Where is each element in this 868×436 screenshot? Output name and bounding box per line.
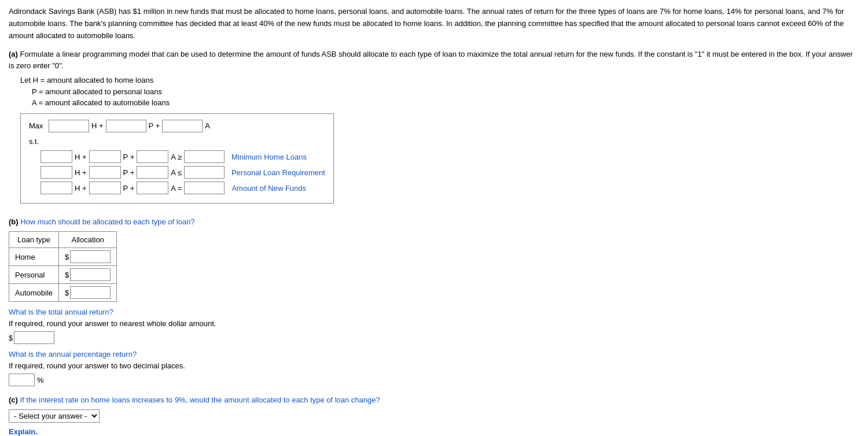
pct-return-question: What is the annual percentage return?	[9, 349, 859, 360]
c3-rhs-input[interactable]	[184, 182, 225, 194]
c1-label: Minimum Home Loans	[231, 152, 307, 163]
c3-a-coeff-input[interactable]	[137, 182, 168, 194]
personal-allocation-input[interactable]	[70, 268, 111, 281]
c1-rhs-input[interactable]	[184, 150, 225, 163]
allocation-table: Loan type Allocation Home $ Personal $	[9, 231, 117, 302]
c2-p-coeff-input[interactable]	[89, 166, 121, 179]
lp-formulation-box: Max H + P + A s.t. H + P + A ≥ Minimum H…	[20, 113, 334, 204]
home-dollar-sign: $	[65, 252, 69, 263]
max-a-coeff-input[interactable]	[162, 120, 203, 132]
c3-h-plus: H +	[75, 183, 87, 194]
personal-allocation-cell: $	[59, 266, 117, 284]
constraint-row-1: H + P + A ≥ Minimum Home Loans	[41, 150, 325, 163]
c1-p-plus: P +	[123, 152, 135, 163]
personal-dollar-sign: $	[65, 269, 69, 281]
table-row-personal: Personal $	[9, 266, 117, 284]
home-loan-label: Home	[9, 248, 59, 266]
automobile-loan-label: Automobile	[9, 284, 59, 302]
table-row-automobile: Automobile $	[9, 284, 117, 302]
c2-h-coeff-input[interactable]	[41, 166, 72, 179]
c2-a-op: A ≤	[171, 167, 182, 179]
part-a-section: (a) Formulate a linear programming model…	[9, 49, 859, 208]
c2-rhs-input[interactable]	[184, 166, 225, 179]
c1-a-op: A ≥	[171, 152, 182, 163]
part-c-dropdown-wrap: - Select your answer -YesNo	[9, 409, 859, 423]
max-p-plus: P +	[149, 120, 160, 132]
part-b-section: (b) How much should be allocated to each…	[9, 216, 859, 386]
automobile-allocation-cell: $	[59, 284, 117, 302]
pct-return-input[interactable]	[9, 374, 35, 386]
pct-input-wrap: %	[9, 374, 859, 386]
constraint-row-2: H + P + A ≤ Personal Loan Requirement	[41, 166, 325, 179]
pct-sign: %	[37, 375, 44, 386]
c3-p-coeff-input[interactable]	[89, 182, 121, 194]
intro-paragraph: Adirondack Savings Bank (ASB) has $1 mil…	[9, 6, 859, 42]
part-c-dropdown[interactable]: - Select your answer -YesNo	[9, 409, 100, 423]
c3-p-plus: P +	[123, 183, 135, 194]
constraint-row-3: H + P + A = Amount of New Funds	[41, 182, 325, 194]
total-return-input[interactable]	[14, 331, 54, 344]
c1-p-coeff-input[interactable]	[89, 150, 121, 163]
max-a-label: A	[205, 120, 210, 132]
c2-h-plus: H +	[75, 167, 87, 179]
total-return-input-wrap: $	[9, 331, 859, 344]
max-h-plus: H +	[91, 120, 104, 132]
c2-a-coeff-input[interactable]	[137, 166, 168, 179]
table-row-home: Home $	[9, 248, 117, 266]
c1-h-coeff-input[interactable]	[41, 150, 72, 163]
home-allocation-input[interactable]	[70, 250, 111, 263]
home-allocation-cell: $	[59, 248, 117, 266]
round-note-2: If required, round your answer to two de…	[9, 360, 859, 372]
let-p-label: P = amount allocated to personal loans	[32, 86, 859, 98]
let-h-label: Let H = amount allocated to home loans	[20, 75, 859, 86]
automobile-allocation-input[interactable]	[70, 286, 111, 299]
let-a-label: A = amount allocated to automobile loans	[32, 97, 859, 109]
c3-label: Amount of New Funds	[231, 183, 306, 194]
max-p-coeff-input[interactable]	[106, 120, 146, 132]
max-label: Max	[29, 120, 46, 132]
c3-h-coeff-input[interactable]	[41, 182, 72, 194]
part-c-question: (c) If the interest rate on home loans i…	[9, 394, 859, 406]
st-label: s.t.	[29, 136, 325, 147]
c3-a-op: A =	[171, 183, 182, 194]
constraints-block: H + P + A ≥ Minimum Home Loans H + P + A…	[41, 150, 325, 194]
part-b-question: (b) How much should be allocated to each…	[9, 216, 859, 228]
total-dollar-sign: $	[9, 332, 13, 344]
col-loan-type-header: Loan type	[9, 231, 59, 248]
part-a-question: (a) Formulate a linear programming model…	[9, 49, 859, 71]
automobile-dollar-sign: $	[65, 287, 69, 299]
c2-label: Personal Loan Requirement	[231, 167, 325, 179]
total-return-question: What is the total annual return?	[9, 306, 859, 318]
explain-label: Explain.	[9, 426, 859, 436]
max-row: Max H + P + A	[29, 120, 325, 132]
max-h-coeff-input[interactable]	[49, 120, 89, 132]
round-note-1: If required, round your answer to neares…	[9, 318, 859, 330]
part-c-section: (c) If the interest rate on home loans i…	[9, 394, 859, 436]
c1-a-coeff-input[interactable]	[137, 150, 168, 163]
personal-loan-label: Personal	[9, 266, 59, 284]
c1-h-plus: H +	[75, 152, 87, 163]
c2-p-plus: P +	[123, 167, 135, 179]
col-allocation-header: Allocation	[59, 231, 117, 248]
